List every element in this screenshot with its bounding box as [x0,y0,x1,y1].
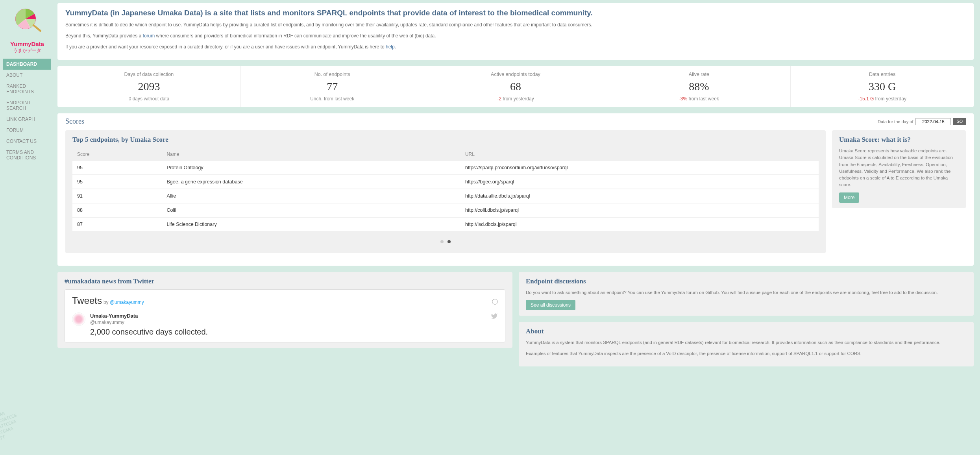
table-row[interactable]: 95Bgee, a gene expression databasehttps:… [72,175,819,189]
pie-chart-logo-icon [11,6,43,38]
stat-alive: Alive rate 88% -3% from last week [607,66,791,107]
scores-card: Scores Data for the day of GO Top 5 endp… [57,113,974,266]
nav-contact-us[interactable]: CONTACT US [3,136,51,147]
tweet-account-handle: @umakayummy [90,320,124,325]
tweet-text: 2,000 consecutive days collected. [90,327,498,337]
nav-about[interactable]: ABOUT [3,70,51,81]
nav-ranked-endpoints[interactable]: RANKED ENDPOINTS [3,81,51,97]
intro-card: YummyData (in Japanese Umaka Data) is a … [57,3,974,60]
intro-p2: Beyond this, YummyData provides a forum … [65,32,966,39]
discussions-title: Endpoint discussions [526,277,967,285]
table-row[interactable]: 91Alliehttp://data.allie.dbcls.jp/sparql [72,189,819,203]
sidebar: YummyData うまかデータ DASHBOARD ABOUT RANKED … [0,0,54,455]
col-url: URL [460,148,819,161]
about-p2: Examples of features that YummyData insp… [526,350,967,357]
go-button[interactable]: GO [953,118,966,125]
col-score: Score [72,148,162,161]
about-p1: YummyData is a system that monitors SPAR… [526,339,967,346]
twitter-handle-link[interactable]: @umakayummy [110,300,144,305]
umaka-body: Umaka Score represents how valuable endp… [839,148,959,189]
discussions-body: Do you want to ask something about an en… [526,289,967,296]
stats-card: Days of data collection 2093 0 days with… [57,66,974,107]
tweet-account-name: Umaka-YummyData [90,313,138,319]
main-content: YummyData (in Japanese Umaka Data) is a … [54,0,980,455]
logo-title: YummyData [3,41,51,47]
more-button[interactable]: More [839,192,859,203]
date-picker: Data for the day of GO [878,118,966,125]
pagination-dots [72,232,819,248]
umaka-title: Umaka Score: what it is? [839,136,959,144]
endpoints-table: Score Name URL 95Protein Ontologyhttps:/… [72,148,819,232]
about-panel: About YummyData is a system that monitor… [519,322,974,366]
stat-data-entries: Data entries 330 G -15.1 G from yesterda… [791,66,974,107]
scores-title: Scores [65,117,84,126]
intro-p3: If you are a provider and want your reso… [65,43,966,50]
svg-line-1 [33,25,41,31]
table-row[interactable]: 95Protein Ontologyhttps://sparql.procons… [72,161,819,175]
dot-2[interactable] [447,240,451,243]
dot-1[interactable] [440,240,444,243]
nav-forum[interactable]: FORUM [3,125,51,136]
intro-heading: YummyData (in Japanese Umaka Data) is a … [65,9,966,17]
col-name: Name [162,148,460,161]
tweets-title: Tweets [72,295,102,306]
twitter-bird-icon [491,313,498,325]
tweet-item[interactable]: Umaka-YummyData @umakayummy 2,000 consec… [72,313,498,337]
about-title: About [526,327,967,335]
help-link[interactable]: help [386,44,395,50]
twitter-panel: #umakadata news from Twitter Tweets by @… [57,272,512,348]
nav-list: DASHBOARD ABOUT RANKED ENDPOINTS ENDPOIN… [3,59,51,163]
stat-active: Active endpoints today 68 -2 from yester… [424,66,608,107]
see-all-discussions-button[interactable]: See all discussions [526,300,575,310]
info-icon[interactable]: ⓘ [492,298,498,306]
nav-terms[interactable]: TERMS AND CONDITIONS [3,147,51,163]
top5-panel: Top 5 endpoints, by Umaka Score Score Na… [65,130,826,253]
stat-endpoints: No. of endpoints 77 Unch. from last week [241,66,424,107]
discussions-panel: Endpoint discussions Do you want to ask … [519,272,974,316]
intro-p1: Sometimes it is difficult to decide whic… [65,21,966,28]
nav-endpoint-search[interactable]: ENDPOINT SEARCH [3,97,51,114]
twitter-heading: #umakadata news from Twitter [65,277,505,285]
table-row[interactable]: 88Colilhttp://colil.dbcls.jp/sparql [72,203,819,217]
stat-days: Days of data collection 2093 0 days with… [57,66,241,107]
top5-title: Top 5 endpoints, by Umaka Score [72,136,819,144]
tweet-box: Tweets by @umakayummy ⓘ Umaka-YummyData [65,289,505,342]
logo-subtitle: うまかデータ [3,47,51,54]
avatar [72,313,85,326]
logo[interactable]: YummyData うまかデータ [3,3,51,59]
forum-link[interactable]: forum [143,33,155,39]
nav-dashboard[interactable]: DASHBOARD [3,59,51,70]
nav-link-graph[interactable]: LINK GRAPH [3,114,51,125]
date-input[interactable] [915,118,951,125]
table-row[interactable]: 87Life Science Dictionaryhttp://lsd.dbcl… [72,217,819,231]
umaka-score-panel: Umaka Score: what it is? Umaka Score rep… [832,130,966,208]
